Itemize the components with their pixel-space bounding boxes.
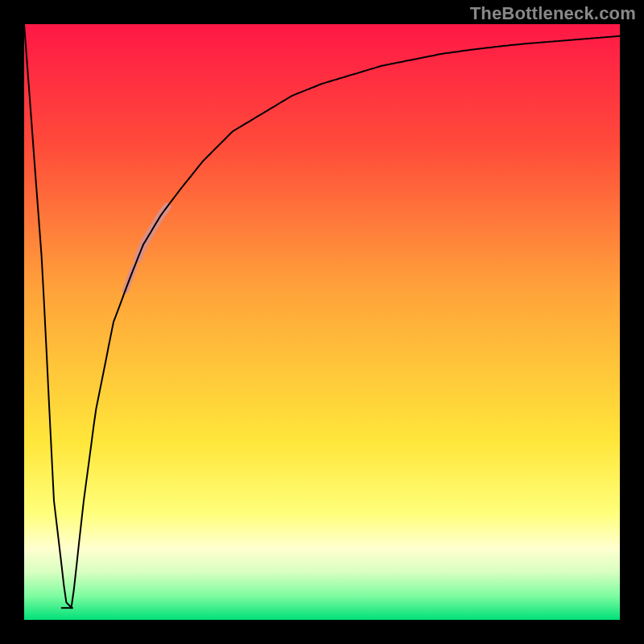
curve-layer: [24, 24, 620, 620]
chart-container: TheBottleneck.com: [0, 0, 644, 644]
highlight-segment: [138, 207, 167, 259]
plot-frame: [24, 24, 620, 620]
watermark-text: TheBottleneck.com: [470, 3, 636, 24]
bottleneck-curve: [24, 24, 620, 608]
